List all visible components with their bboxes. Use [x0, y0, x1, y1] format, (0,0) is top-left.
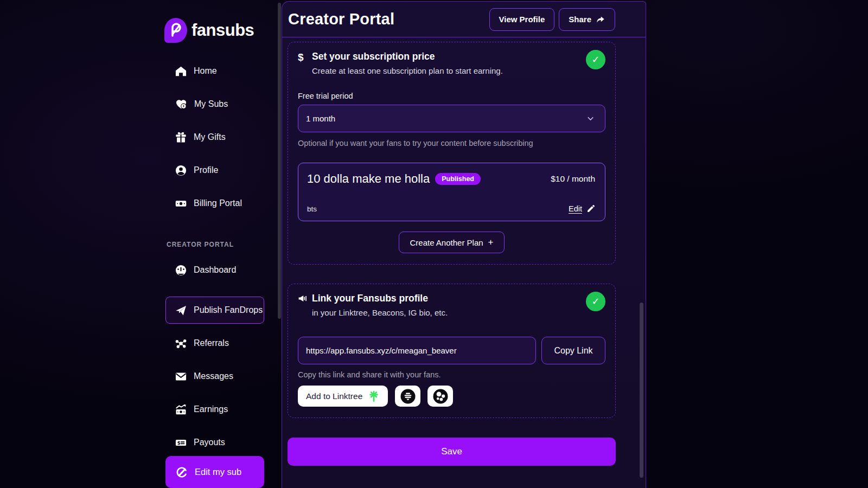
banknote-icon [175, 197, 187, 210]
free-trial-help-text: Optional if you want your fans to try yo… [298, 139, 605, 147]
sidebar-item-publish-fandrops[interactable]: Publish FanDrops [165, 297, 264, 324]
link-section-subtitle: in your Linktree, Beacons, IG bio, etc. [312, 308, 586, 317]
beacons-link-button[interactable] [395, 386, 420, 407]
sidebar-item-referrals[interactable]: Referrals [165, 337, 264, 350]
subscription-section-subtitle: Create at least one subscription plan to… [312, 66, 586, 75]
svg-text:$: $ [177, 440, 181, 445]
share-arrow-icon [596, 15, 605, 24]
dollar-icon: $ [298, 51, 312, 63]
sidebar-item-label: Referrals [194, 338, 229, 348]
home-icon [175, 65, 187, 78]
app-root: { "brand": { "name": "fansubs" }, "sideb… [0, 0, 868, 488]
edit-my-sub-button[interactable]: Edit my sub [165, 456, 264, 488]
brand-logo[interactable]: fansubs [164, 18, 254, 43]
subscription-section-header: $ Set your subscription price Create at … [298, 51, 605, 75]
page-title: Creator Portal [288, 10, 394, 28]
sidebar-item-label: Messages [194, 371, 233, 381]
sidebar-item-billing-portal[interactable]: Billing Portal [165, 197, 264, 210]
free-trial-select[interactable]: 1 month [298, 105, 605, 132]
plan-description: bts [307, 205, 317, 213]
chevron-down-icon [586, 114, 595, 123]
panel-content: $ Set your subscription price Create at … [282, 37, 646, 466]
subscription-section-title: Set your subscription price [312, 51, 586, 62]
gauge-icon [175, 264, 187, 277]
fansubs-logo-icon [164, 18, 187, 43]
plan-edit-label: Edit [569, 204, 582, 213]
plus-icon: + [488, 237, 494, 248]
creator-portal-section-label: CREATOR PORTAL [165, 241, 264, 248]
gift-icon [175, 131, 187, 144]
sidebar-item-label: My Subs [194, 99, 228, 109]
bubble-cluster-icon [432, 388, 449, 404]
brand-name: fansubs [192, 21, 254, 40]
network-icon [175, 337, 187, 350]
sidebar: fansubs Home My Subs [0, 0, 276, 488]
sidebar-scrollbar[interactable] [278, 3, 281, 319]
copy-link-button[interactable]: Copy Link [541, 337, 605, 364]
check-circle-icon: ✓ [586, 50, 605, 69]
share-label: Share [569, 15, 591, 24]
view-profile-button[interactable]: View Profile [489, 8, 555, 31]
heart-bolt-icon [175, 98, 188, 111]
check-circle-icon: ✓ [586, 292, 605, 311]
view-profile-label: View Profile [499, 15, 545, 24]
paper-plane-icon [175, 304, 187, 317]
link-profile-section: Link your Fansubs profile in your Linktr… [288, 284, 616, 418]
sidebar-item-my-gifts[interactable]: My Gifts [165, 131, 264, 144]
free-trial-value: 1 month [306, 114, 335, 123]
panel-header: Creator Portal View Profile Share [282, 2, 646, 37]
sidebar-item-label: Home [194, 66, 217, 76]
sidebar-item-label: Payouts [194, 438, 225, 447]
money-growth-icon [175, 403, 187, 416]
edit-my-sub-label: Edit my sub [195, 467, 241, 477]
header-actions: View Profile Share [489, 8, 615, 31]
create-another-plan-button[interactable]: Create Another Plan + [399, 232, 504, 253]
pencil-icon [586, 204, 595, 213]
save-button[interactable]: Save [288, 438, 616, 466]
content-scrollbar[interactable] [640, 303, 643, 478]
plan-name: 10 dolla make me holla [307, 172, 430, 186]
subscription-price-section: $ Set your subscription price Create at … [288, 42, 616, 265]
sidebar-item-label: Dashboard [194, 265, 236, 275]
sidebar-item-home[interactable]: Home [165, 65, 264, 78]
user-circle-icon [175, 164, 187, 177]
sidebar-item-dashboard[interactable]: Dashboard [165, 264, 264, 277]
sidebar-item-my-subs[interactable]: My Subs [165, 98, 264, 111]
subscription-plan-card: 10 dolla make me holla Published $10 / m… [298, 163, 605, 221]
megaphone-icon [298, 293, 312, 304]
sidebar-item-label: Billing Portal [194, 198, 242, 208]
free-trial-label: Free trial period [298, 92, 605, 100]
sidebar-item-label: Earnings [194, 404, 228, 414]
copy-link-help-text: Copy this link and share it with your fa… [298, 370, 605, 379]
sidebar-nav: Home My Subs [165, 65, 264, 469]
plan-price: $10 / month [551, 174, 595, 184]
sidebar-item-messages[interactable]: Messages [165, 370, 264, 383]
sidebar-item-earnings[interactable]: Earnings [165, 403, 264, 416]
add-to-linktree-button[interactable]: Add to Linktree [298, 386, 388, 407]
profile-url-input[interactable] [298, 337, 536, 364]
pencil-circle-icon [175, 466, 188, 479]
creator-portal-panel: Creator Portal View Profile Share $ Set … [282, 1, 646, 488]
sidebar-item-payouts[interactable]: $ Payouts [165, 436, 264, 449]
linktree-asterisk-icon [368, 390, 380, 402]
create-plan-label: Create Another Plan [410, 238, 483, 247]
beacon-stripes-icon [400, 388, 416, 404]
sidebar-item-label: My Gifts [194, 132, 226, 142]
dollar-card-icon: $ [175, 436, 187, 449]
link-section-title: Link your Fansubs profile [312, 293, 586, 304]
bubbles-link-button[interactable] [427, 386, 453, 407]
envelope-icon [175, 370, 187, 383]
share-button[interactable]: Share [559, 8, 615, 31]
sidebar-item-label: Publish FanDrops [194, 305, 263, 315]
published-badge: Published [435, 173, 481, 185]
share-tools-row: Add to Linktree [298, 386, 605, 407]
sidebar-item-profile[interactable]: Profile [165, 164, 264, 177]
add-to-linktree-label: Add to Linktree [306, 391, 362, 401]
plan-edit-link[interactable]: Edit [569, 204, 595, 213]
link-section-header: Link your Fansubs profile in your Linktr… [298, 293, 605, 317]
sidebar-item-label: Profile [194, 165, 218, 175]
